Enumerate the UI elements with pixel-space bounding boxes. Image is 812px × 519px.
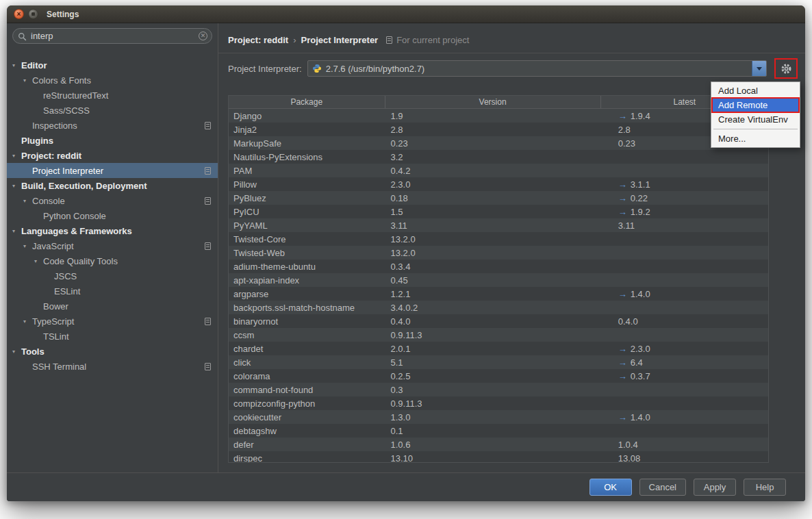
- sidebar-item-label: JSCS: [54, 271, 77, 281]
- chevron-down-icon[interactable]: ▾: [34, 258, 43, 264]
- table-row-debtagshw[interactable]: debtagshw 0.1 →: [229, 424, 768, 438]
- table-row-pillow[interactable]: Pillow 2.3.0 → 3.1.1: [229, 177, 768, 191]
- sidebar-item-bower[interactable]: ▾ Bower: [7, 299, 218, 314]
- table-row-command-not-found[interactable]: command-not-found 0.3 →: [229, 383, 768, 396]
- sidebar-item-languages-frameworks[interactable]: ▾ Languages & Frameworks: [7, 223, 218, 238]
- package-name: PyICU: [229, 207, 385, 217]
- clear-search-icon[interactable]: ✕: [199, 31, 207, 40]
- sidebar-item-label: Tools: [21, 346, 45, 357]
- chevron-down-icon[interactable]: ▾: [23, 77, 32, 84]
- menu-item-add-remote[interactable]: Add Remote: [712, 98, 799, 112]
- menu-item-more[interactable]: More...: [712, 131, 799, 146]
- sidebar-item-console[interactable]: ▾ Console: [7, 193, 218, 208]
- table-row-dirspec[interactable]: dirspec 13.10 → 13.08: [229, 451, 768, 463]
- package-latest-value: 1.9.2: [631, 207, 650, 217]
- package-latest: → 1.4.0: [601, 289, 768, 299]
- titlebar[interactable]: × Settings: [7, 5, 805, 23]
- upgrade-arrow-icon: →: [618, 357, 627, 368]
- menu-item-create-virtualenv[interactable]: Create VirtualEnv: [712, 112, 799, 127]
- table-row-adium-theme-ubuntu[interactable]: adium-theme-ubuntu 0.3.4 →: [229, 260, 768, 273]
- maximize-button[interactable]: [28, 9, 38, 19]
- sidebar-item-code-quality-tools[interactable]: ▾ Code Quality Tools: [7, 253, 218, 268]
- table-row-pyicu[interactable]: PyICU 1.5 → 1.9.2: [229, 205, 768, 218]
- sidebar-item-colors-fonts[interactable]: ▾ Colors & Fonts: [7, 73, 218, 88]
- package-name: backports.ssl-match-hostname: [229, 303, 385, 313]
- column-header-version[interactable]: Version: [385, 96, 601, 108]
- package-latest-value: 1.0.4: [618, 440, 638, 450]
- table-row-pam[interactable]: PAM 0.4.2 →: [229, 164, 768, 177]
- breadcrumb-separator-icon: ›: [293, 35, 296, 45]
- package-name: PAM: [229, 166, 385, 176]
- table-row-pyyaml[interactable]: PyYAML 3.11 → 3.11: [229, 218, 768, 232]
- package-version: 2.8: [385, 125, 601, 135]
- search-input[interactable]: [12, 28, 212, 44]
- chevron-down-icon[interactable]: ▾: [12, 62, 21, 68]
- table-row-chardet[interactable]: chardet 2.0.1 → 2.3.0: [229, 342, 768, 355]
- table-row-argparse[interactable]: argparse 1.2.1 → 1.4.0: [229, 287, 768, 301]
- chevron-down-icon[interactable]: ▾: [23, 318, 32, 325]
- sidebar-item-project-interpreter[interactable]: ▾ Project Interpreter: [7, 163, 218, 178]
- sidebar-item-typescript[interactable]: ▾ TypeScript: [7, 314, 218, 329]
- package-latest-value: 13.08: [618, 453, 641, 464]
- project-config-icon: [205, 197, 211, 205]
- package-latest-value: 1.4.0: [631, 412, 650, 422]
- interpreter-combobox[interactable]: 2.7.6 (/usr/bin/python2.7): [307, 60, 767, 77]
- sidebar-item-python-console[interactable]: ▾ Python Console: [7, 208, 218, 223]
- chevron-down-icon[interactable]: ▾: [12, 349, 21, 355]
- sidebar-item-inspections[interactable]: ▾ Inspections: [7, 118, 218, 133]
- search-icon: [18, 31, 27, 44]
- breadcrumb-project[interactable]: Project: reddit: [228, 35, 288, 45]
- table-row-cookiecutter[interactable]: cookiecutter 1.3.0 → 1.4.0: [229, 410, 768, 424]
- upgrade-arrow-icon: →: [618, 412, 627, 422]
- sidebar-item-restructuredtext[interactable]: ▾ reStructuredText: [7, 88, 218, 103]
- combobox-dropdown-button[interactable]: [752, 61, 766, 76]
- table-row-colorama[interactable]: colorama 0.2.5 → 0.3.7: [229, 369, 768, 383]
- chevron-down-icon[interactable]: ▾: [12, 183, 21, 189]
- table-row-apt-xapian-index[interactable]: apt-xapian-index 0.45 →: [229, 273, 768, 287]
- sidebar-item-ssh-terminal[interactable]: ▾ SSH Terminal: [7, 359, 218, 374]
- chevron-down-icon[interactable]: ▾: [23, 243, 32, 249]
- sidebar-item-project-reddit[interactable]: ▾ Project: reddit: [7, 148, 218, 163]
- table-row-nautilus-pyextensions[interactable]: Nautilus-PyExtensions 3.2 →: [229, 150, 768, 164]
- sidebar-item-jscs[interactable]: ▾ JSCS: [7, 268, 218, 283]
- sidebar-item-sass-scss[interactable]: ▾ Sass/SCSS: [7, 103, 218, 118]
- search-field: ✕: [12, 28, 212, 44]
- sidebar-item-javascript[interactable]: ▾ JavaScript: [7, 238, 218, 253]
- package-name: Django: [229, 111, 385, 121]
- sidebar-item-tools[interactable]: ▾ Tools: [7, 344, 218, 359]
- table-row-pybluez[interactable]: PyBluez 0.18 → 0.22: [229, 191, 768, 205]
- package-name: compizconfig-python: [229, 398, 385, 409]
- gear-button[interactable]: [778, 62, 794, 75]
- table-row-markupsafe[interactable]: MarkupSafe 0.23 → 0.23: [229, 136, 768, 150]
- table-row-twisted-core[interactable]: Twisted-Core 13.2.0 →: [229, 232, 768, 246]
- sidebar-item-editor[interactable]: ▾ Editor: [7, 58, 218, 73]
- table-row-backports-ssl-match-hostname[interactable]: backports.ssl-match-hostname 3.4.0.2 →: [229, 301, 768, 314]
- package-version: 0.1: [385, 426, 601, 436]
- table-row-twisted-web[interactable]: Twisted-Web 13.2.0 →: [229, 246, 768, 260]
- sidebar-item-tslint[interactable]: ▾ TSLint: [7, 329, 218, 344]
- close-button[interactable]: ×: [14, 9, 24, 19]
- sidebar-item-plugins[interactable]: ▾ Plugins: [7, 133, 218, 148]
- package-latest-value: 0.4.0: [618, 316, 638, 327]
- table-row-django[interactable]: Django 1.9 → 1.9.4: [229, 109, 768, 123]
- table-row-defer[interactable]: defer 1.0.6 → 1.0.4: [229, 438, 768, 451]
- table-row-binaryornot[interactable]: binaryornot 0.4.0 → 0.4.0: [229, 314, 768, 328]
- cancel-button[interactable]: Cancel: [639, 479, 686, 496]
- chevron-down-icon[interactable]: ▾: [23, 198, 32, 204]
- package-version: 5.1: [385, 357, 601, 368]
- sidebar-item-build-execution-deployment[interactable]: ▾ Build, Execution, Deployment: [7, 178, 218, 193]
- column-header-package[interactable]: Package: [229, 96, 385, 108]
- table-row-compizconfig-python[interactable]: compizconfig-python 0.9.11.3 →: [229, 396, 768, 410]
- chevron-down-icon[interactable]: ▾: [12, 153, 21, 159]
- apply-button[interactable]: Apply: [694, 479, 736, 496]
- package-version: 0.3: [385, 385, 601, 395]
- help-button[interactable]: Help: [744, 479, 786, 496]
- table-row-jinja2[interactable]: Jinja2 2.8 → 2.8: [229, 123, 768, 136]
- table-row-click[interactable]: click 5.1 → 6.4: [229, 355, 768, 369]
- ok-button[interactable]: OK: [589, 479, 632, 496]
- chevron-down-icon[interactable]: ▾: [12, 228, 21, 234]
- menu-item-add-local[interactable]: Add Local: [712, 84, 799, 98]
- settings-sidebar: ✕ ▾ Editor ▾ Colors & Fonts ▾ reStructur…: [7, 23, 218, 472]
- sidebar-item-eslint[interactable]: ▾ ESLint: [7, 283, 218, 299]
- table-row-ccsm[interactable]: ccsm 0.9.11.3 →: [229, 328, 768, 342]
